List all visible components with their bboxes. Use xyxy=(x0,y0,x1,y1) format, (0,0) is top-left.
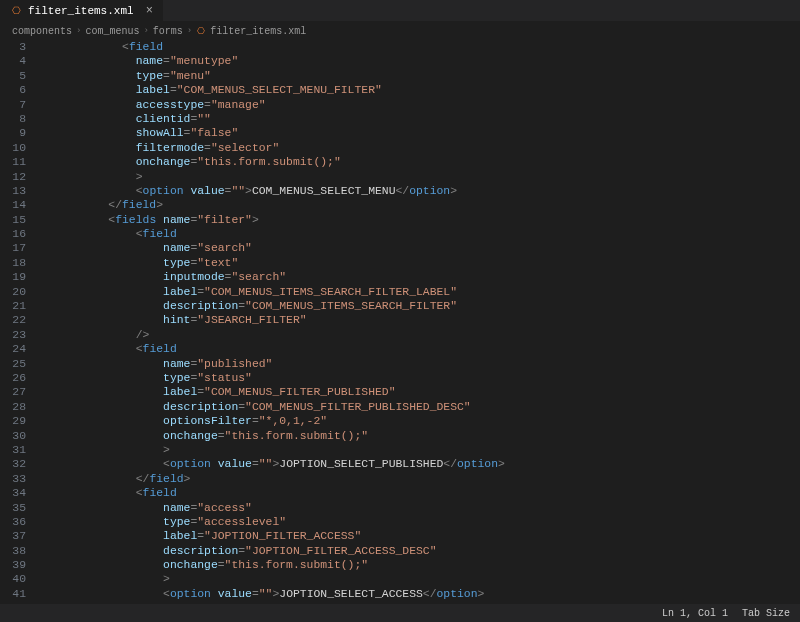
code-line[interactable]: type="status" xyxy=(40,371,800,385)
file-xml-icon: ⎔ xyxy=(10,5,22,17)
line-number: 31 xyxy=(0,443,26,457)
code-line[interactable]: <field xyxy=(40,40,800,54)
line-number: 5 xyxy=(0,69,26,83)
line-number: 21 xyxy=(0,299,26,313)
code-line[interactable]: /> xyxy=(40,328,800,342)
code-line[interactable]: </field> xyxy=(40,198,800,212)
line-number: 32 xyxy=(0,457,26,471)
line-number: 35 xyxy=(0,501,26,515)
code-line[interactable]: label="COM_MENUS_ITEMS_SEARCH_FILTER_LAB… xyxy=(40,285,800,299)
code-line[interactable]: type="text" xyxy=(40,256,800,270)
code-line[interactable]: <option value="">JOPTION_SELECT_PUBLISHE… xyxy=(40,457,800,471)
line-number: 3 xyxy=(0,40,26,54)
line-number: 14 xyxy=(0,198,26,212)
code-line[interactable]: description="COM_MENUS_ITEMS_SEARCH_FILT… xyxy=(40,299,800,313)
code-line[interactable]: type="accesslevel" xyxy=(40,515,800,529)
line-number: 8 xyxy=(0,112,26,126)
line-number: 33 xyxy=(0,472,26,486)
code-line[interactable]: <fields name="filter"> xyxy=(40,213,800,227)
line-number: 22 xyxy=(0,313,26,327)
line-number: 17 xyxy=(0,241,26,255)
code-editor[interactable]: 3456789101112131415161718192021222324252… xyxy=(0,40,800,604)
code-line[interactable]: description="COM_MENUS_FILTER_PUBLISHED_… xyxy=(40,400,800,414)
line-number: 23 xyxy=(0,328,26,342)
code-line[interactable]: > xyxy=(40,572,800,586)
code-line[interactable]: name="search" xyxy=(40,241,800,255)
code-line[interactable]: > xyxy=(40,170,800,184)
breadcrumb-segment[interactable]: com_menus xyxy=(85,26,139,37)
status-bar: Ln 1, Col 1 Tab Size xyxy=(0,604,800,622)
line-number: 25 xyxy=(0,357,26,371)
code-line[interactable]: optionsFilter="*,0,1,-2" xyxy=(40,414,800,428)
tab-bar: ⎔ filter_items.xml × xyxy=(0,0,800,22)
line-number: 37 xyxy=(0,529,26,543)
line-number: 39 xyxy=(0,558,26,572)
breadcrumb-segment[interactable]: components xyxy=(12,26,72,37)
line-number: 9 xyxy=(0,126,26,140)
code-line[interactable]: name="published" xyxy=(40,357,800,371)
close-icon[interactable]: × xyxy=(146,4,153,18)
line-number: 11 xyxy=(0,155,26,169)
code-line[interactable]: inputmode="search" xyxy=(40,270,800,284)
code-line[interactable]: <field xyxy=(40,227,800,241)
code-line[interactable]: name="access" xyxy=(40,501,800,515)
code-line[interactable]: label="JOPTION_FILTER_ACCESS" xyxy=(40,529,800,543)
code-line[interactable]: <field xyxy=(40,486,800,500)
code-line[interactable]: <field xyxy=(40,342,800,356)
code-line[interactable]: hint="JSEARCH_FILTER" xyxy=(40,313,800,327)
code-line[interactable]: <option value="">JOPTION_SELECT_ACCESS</… xyxy=(40,587,800,601)
line-number: 12 xyxy=(0,170,26,184)
breadcrumb: components › com_menus › forms › ⎔ filte… xyxy=(0,22,800,40)
tab-size-indicator[interactable]: Tab Size xyxy=(742,608,790,619)
line-number: 24 xyxy=(0,342,26,356)
tab-filename: filter_items.xml xyxy=(28,5,134,17)
code-line[interactable]: </field> xyxy=(40,472,800,486)
chevron-right-icon: › xyxy=(187,26,192,36)
line-number: 40 xyxy=(0,572,26,586)
code-line[interactable]: <option value="">COM_MENUS_SELECT_MENU</… xyxy=(40,184,800,198)
line-number: 38 xyxy=(0,544,26,558)
code-line[interactable]: onchange="this.form.submit();" xyxy=(40,155,800,169)
line-number: 28 xyxy=(0,400,26,414)
code-line[interactable]: type="menu" xyxy=(40,69,800,83)
code-content[interactable]: <field name="menutype" type="menu" label… xyxy=(40,40,800,604)
line-number: 20 xyxy=(0,285,26,299)
line-number: 19 xyxy=(0,270,26,284)
line-number: 15 xyxy=(0,213,26,227)
line-number: 10 xyxy=(0,141,26,155)
line-number: 36 xyxy=(0,515,26,529)
code-line[interactable]: accesstype="manage" xyxy=(40,98,800,112)
line-number: 34 xyxy=(0,486,26,500)
line-number-gutter: 3456789101112131415161718192021222324252… xyxy=(0,40,40,604)
code-line[interactable]: onchange="this.form.submit();" xyxy=(40,558,800,572)
line-number: 29 xyxy=(0,414,26,428)
code-line[interactable]: label="COM_MENUS_SELECT_MENU_FILTER" xyxy=(40,83,800,97)
line-number: 30 xyxy=(0,429,26,443)
code-line[interactable]: showAll="false" xyxy=(40,126,800,140)
code-line[interactable]: name="menutype" xyxy=(40,54,800,68)
chevron-right-icon: › xyxy=(143,26,148,36)
file-xml-icon: ⎔ xyxy=(196,26,206,37)
code-line[interactable]: > xyxy=(40,443,800,457)
line-number: 18 xyxy=(0,256,26,270)
line-number: 6 xyxy=(0,83,26,97)
code-line[interactable]: label="COM_MENUS_FILTER_PUBLISHED" xyxy=(40,385,800,399)
cursor-position[interactable]: Ln 1, Col 1 xyxy=(662,608,728,619)
code-line[interactable]: clientid="" xyxy=(40,112,800,126)
breadcrumb-segment[interactable]: filter_items.xml xyxy=(210,26,306,37)
line-number: 27 xyxy=(0,385,26,399)
line-number: 13 xyxy=(0,184,26,198)
chevron-right-icon: › xyxy=(76,26,81,36)
line-number: 4 xyxy=(0,54,26,68)
code-line[interactable]: onchange="this.form.submit();" xyxy=(40,429,800,443)
line-number: 7 xyxy=(0,98,26,112)
code-line[interactable]: description="JOPTION_FILTER_ACCESS_DESC" xyxy=(40,544,800,558)
line-number: 41 xyxy=(0,587,26,601)
line-number: 16 xyxy=(0,227,26,241)
code-line[interactable]: filtermode="selector" xyxy=(40,141,800,155)
breadcrumb-segment[interactable]: forms xyxy=(153,26,183,37)
editor-tab-active[interactable]: ⎔ filter_items.xml × xyxy=(0,0,164,21)
line-number: 26 xyxy=(0,371,26,385)
